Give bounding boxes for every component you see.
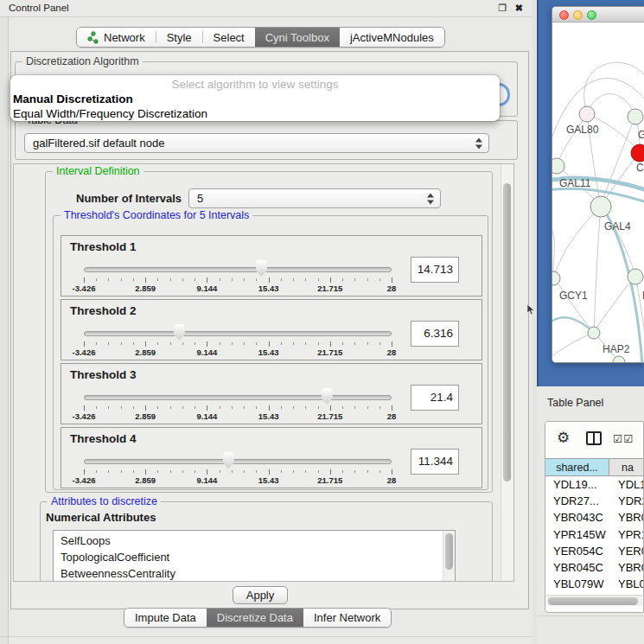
tab-infer-network-label: Infer Network <box>314 611 380 624</box>
number-of-intervals-combobox[interactable]: 5 <box>188 188 441 208</box>
select-columns-icon[interactable]: ☑☑ <box>613 432 634 445</box>
divider <box>537 615 644 616</box>
tab-select[interactable]: Select <box>203 28 255 47</box>
table-row[interactable]: YBR043CYBR0 <box>545 509 644 526</box>
gear-icon[interactable]: ⚙ <box>557 429 570 447</box>
numerical-attributes-list[interactable]: SelfLoopsTopologicalCoefficientBetweenne… <box>53 530 456 582</box>
tab-network-label: Network <box>104 31 145 44</box>
algorithm-dropdown-popup: Select algorithm to view settings Manual… <box>10 75 500 121</box>
table-data-groupbox: Table Data galFiltered.sif default node <box>15 120 518 160</box>
dropdown-option-equal-width-frequency[interactable]: Equal Width/Frequency Discretization <box>10 106 500 121</box>
table-horizontal-scrollbar[interactable] <box>546 595 642 606</box>
divider <box>0 636 532 637</box>
tab-jactivemnodules[interactable]: jActiveMNodules <box>340 28 444 47</box>
attributes-scrollbar[interactable] <box>443 531 455 582</box>
threshold-1-slider[interactable]: -3.4262.8599.14415.4321.71528 <box>84 236 392 297</box>
settings-scroll-area: Interval Definition Number of Intervals … <box>13 163 514 582</box>
threshold-3-slider[interactable]: -3.4262.8599.14415.4321.71528 <box>84 364 392 425</box>
float-panel-icon[interactable]: ❐ <box>498 3 507 14</box>
tab-style-label: Style <box>167 31 192 44</box>
slider-ticks <box>84 405 392 411</box>
column-header-shared-name[interactable]: shared... <box>545 458 609 476</box>
attribute-item[interactable]: TopologicalCoefficient <box>54 549 455 565</box>
threshold-4-panel: Threshold 4 -3.4262.8599.14415.4321.7152… <box>61 427 482 488</box>
minimize-window-button[interactable] <box>573 10 583 20</box>
node-gal11[interactable] <box>552 158 564 174</box>
interval-group-title: Interval Definition <box>53 165 143 177</box>
slider-track <box>84 331 392 336</box>
close-panel-icon[interactable]: ✖ <box>515 3 523 14</box>
tab-network[interactable]: Network <box>77 28 156 47</box>
combo-stepper-icon <box>475 137 482 149</box>
threshold-2-value-field[interactable]: 6.316 <box>411 321 459 347</box>
node-label-ga-partial: GA <box>638 129 644 141</box>
slider-track <box>84 459 392 464</box>
tab-select-label: Select <box>214 31 245 44</box>
slider-thumb[interactable] <box>172 324 186 341</box>
combo-stepper-icon <box>427 193 434 204</box>
attribute-item[interactable]: SelfLoops <box>54 532 455 549</box>
slider-ticks <box>84 341 392 348</box>
node-label-gal11: GAL11 <box>559 177 591 189</box>
table-row[interactable]: YER054CYER0 <box>545 543 644 559</box>
tab-discretize-data-label: Discretize Data <box>217 611 293 624</box>
table-row[interactable]: YBR045CYBR0 <box>545 559 644 576</box>
table-data-combobox[interactable]: galFiltered.sif default node <box>24 133 489 153</box>
dropdown-option-manual-discretization[interactable]: Manual Discretization <box>10 92 500 106</box>
settings-scrollbar[interactable] <box>501 164 513 581</box>
network-canvas[interactable]: GAL80 GA C GAL11 GAL4 GCY1 H HAP2 <box>552 22 644 363</box>
table-panel-title: Table Panel <box>547 397 603 409</box>
interval-definition-groupbox: Interval Definition Number of Intervals … <box>45 171 493 493</box>
slider-ticks <box>84 277 392 284</box>
threshold-4-slider[interactable]: -3.4262.8599.14415.4321.71528 <box>84 428 392 489</box>
threshold-4-value-field[interactable]: 11.344 <box>411 449 459 475</box>
table-row[interactable]: YPR145WYPR1 <box>545 526 644 543</box>
algorithm-group-title: Discretization Algorithm <box>22 55 143 67</box>
node-label-hap2: HAP2 <box>603 343 630 355</box>
close-window-button[interactable] <box>559 10 569 20</box>
slider-thumb[interactable] <box>320 388 334 405</box>
columns-icon[interactable] <box>586 431 602 445</box>
threshold-1-value-field[interactable]: 14.713 <box>411 257 459 283</box>
table-data-value: galFiltered.sif default node <box>33 137 164 150</box>
table-row[interactable]: YDR27...YDR2 <box>545 493 644 509</box>
node-red[interactable] <box>631 144 644 162</box>
node-hap2[interactable] <box>588 327 600 339</box>
tab-jactivemnodules-label: jActiveMNodules <box>350 31 434 44</box>
slider-thumb[interactable] <box>221 452 235 469</box>
bottom-tab-bar: Impute Data Discretize Data Infer Networ… <box>124 608 392 628</box>
tab-style[interactable]: Style <box>156 28 202 47</box>
attribute-item[interactable]: BetweennessCentrality <box>54 565 455 582</box>
slider-tick-labels: -3.4262.8599.14415.4321.71528 <box>84 475 392 486</box>
table-row[interactable]: YBL079WYBL0 <box>545 576 644 592</box>
cyni-main-panel: Discretization Algorithm Table Data galF… <box>10 51 529 609</box>
tab-discretize-data[interactable]: Discretize Data <box>207 609 303 627</box>
node-gcy1[interactable] <box>552 271 560 285</box>
scrollbar-thumb[interactable] <box>548 597 638 605</box>
node-label-gal80: GAL80 <box>566 124 599 136</box>
tab-impute-data[interactable]: Impute Data <box>124 609 207 627</box>
number-of-intervals-value: 5 <box>197 192 203 205</box>
tab-infer-network[interactable]: Infer Network <box>303 609 391 627</box>
node-gal4[interactable] <box>590 196 611 217</box>
threshold-3-value-field[interactable]: 21.4 <box>411 385 459 411</box>
slider-thumb[interactable] <box>254 260 268 277</box>
node-right-h[interactable] <box>628 269 643 284</box>
node-gal80[interactable] <box>579 106 595 122</box>
network-window-titlebar <box>552 7 644 22</box>
scrollbar-thumb[interactable] <box>503 183 511 481</box>
table-row[interactable]: YDL19...YDL1 <box>545 476 644 493</box>
node-label-gcy1: GCY1 <box>559 290 588 302</box>
zoom-window-button[interactable] <box>587 10 596 20</box>
node-top-right[interactable] <box>628 109 643 124</box>
tab-cyni-toolbox[interactable]: Cyni Toolbox <box>255 28 340 47</box>
tab-impute-data-label: Impute Data <box>135 611 196 624</box>
node-label-gal4: GAL4 <box>604 220 631 233</box>
column-header-name[interactable]: na <box>609 458 644 476</box>
scrollbar-thumb[interactable] <box>445 533 453 570</box>
network-window: GAL80 GA C GAL11 GAL4 GCY1 H HAP2 <box>552 6 644 363</box>
slider-tick-labels: -3.4262.8599.14415.4321.71528 <box>84 348 392 358</box>
threshold-2-slider[interactable]: -3.4262.8599.14415.4321.71528 <box>84 300 392 361</box>
apply-button[interactable]: Apply <box>233 586 288 604</box>
network-graph: GAL80 GA C GAL11 GAL4 GCY1 H HAP2 <box>552 22 644 363</box>
